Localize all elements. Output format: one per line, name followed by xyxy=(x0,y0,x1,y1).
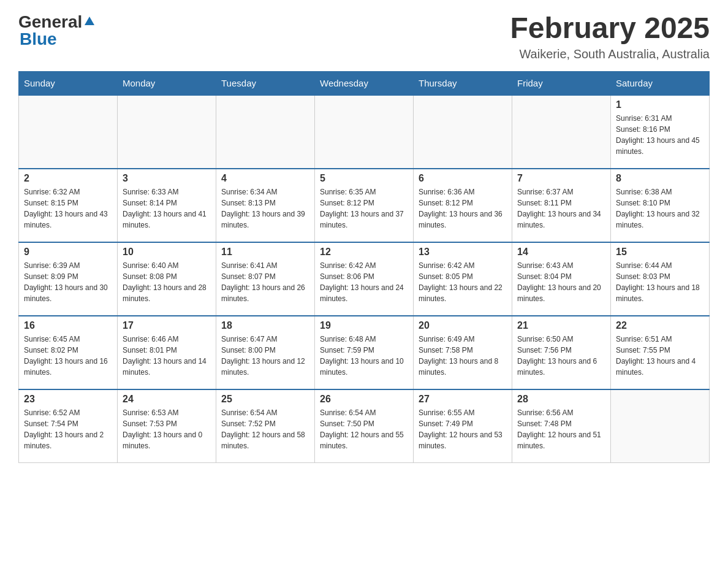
calendar-header-row: Sunday Monday Tuesday Wednesday Thursday… xyxy=(19,71,710,95)
logo-triangle-icon xyxy=(85,17,94,25)
table-row: 4Sunrise: 6:34 AM Sunset: 8:13 PM Daylig… xyxy=(216,169,315,242)
table-row xyxy=(118,95,216,169)
page-header: General Blue February 2025 Waikerie, Sou… xyxy=(18,12,710,61)
table-row: 1Sunrise: 6:31 AM Sunset: 8:16 PM Daylig… xyxy=(611,95,710,169)
day-number: 16 xyxy=(24,320,112,331)
day-info: Sunrise: 6:43 AM Sunset: 8:04 PM Dayligh… xyxy=(517,260,605,304)
day-info: Sunrise: 6:47 AM Sunset: 8:00 PM Dayligh… xyxy=(221,334,309,378)
day-number: 5 xyxy=(320,173,408,184)
header-friday: Friday xyxy=(512,71,611,95)
day-number: 27 xyxy=(419,394,507,405)
day-number: 9 xyxy=(24,247,112,258)
table-row: 9Sunrise: 6:39 AM Sunset: 8:09 PM Daylig… xyxy=(19,242,118,316)
header-tuesday: Tuesday xyxy=(216,71,315,95)
table-row: 18Sunrise: 6:47 AM Sunset: 8:00 PM Dayli… xyxy=(216,316,315,389)
day-number: 12 xyxy=(320,247,408,258)
calendar-week-row: 9Sunrise: 6:39 AM Sunset: 8:09 PM Daylig… xyxy=(19,242,710,316)
table-row: 5Sunrise: 6:35 AM Sunset: 8:12 PM Daylig… xyxy=(315,169,414,242)
day-info: Sunrise: 6:54 AM Sunset: 7:50 PM Dayligh… xyxy=(320,407,408,451)
day-info: Sunrise: 6:52 AM Sunset: 7:54 PM Dayligh… xyxy=(24,407,112,451)
day-number: 22 xyxy=(616,320,704,331)
header-monday: Monday xyxy=(118,71,216,95)
table-row: 27Sunrise: 6:55 AM Sunset: 7:49 PM Dayli… xyxy=(414,389,512,463)
day-number: 26 xyxy=(320,394,408,405)
day-info: Sunrise: 6:32 AM Sunset: 8:15 PM Dayligh… xyxy=(24,186,112,231)
day-number: 7 xyxy=(517,173,605,184)
day-info: Sunrise: 6:45 AM Sunset: 8:02 PM Dayligh… xyxy=(24,334,112,378)
table-row: 16Sunrise: 6:45 AM Sunset: 8:02 PM Dayli… xyxy=(19,316,118,389)
day-number: 13 xyxy=(419,247,507,258)
day-number: 1 xyxy=(616,99,704,110)
day-info: Sunrise: 6:53 AM Sunset: 7:53 PM Dayligh… xyxy=(123,407,211,451)
calendar-week-row: 23Sunrise: 6:52 AM Sunset: 7:54 PM Dayli… xyxy=(19,389,710,463)
table-row: 3Sunrise: 6:33 AM Sunset: 8:14 PM Daylig… xyxy=(118,169,216,242)
day-info: Sunrise: 6:37 AM Sunset: 8:11 PM Dayligh… xyxy=(517,186,605,231)
day-number: 23 xyxy=(24,394,112,405)
table-row: 21Sunrise: 6:50 AM Sunset: 7:56 PM Dayli… xyxy=(512,316,611,389)
day-number: 8 xyxy=(616,173,704,184)
day-number: 2 xyxy=(24,173,112,184)
table-row: 20Sunrise: 6:49 AM Sunset: 7:58 PM Dayli… xyxy=(414,316,512,389)
title-area: February 2025 Waikerie, South Australia,… xyxy=(510,12,710,61)
day-number: 19 xyxy=(320,320,408,331)
day-info: Sunrise: 6:54 AM Sunset: 7:52 PM Dayligh… xyxy=(221,407,309,451)
day-info: Sunrise: 6:38 AM Sunset: 8:10 PM Dayligh… xyxy=(616,186,704,231)
table-row: 11Sunrise: 6:41 AM Sunset: 8:07 PM Dayli… xyxy=(216,242,315,316)
day-info: Sunrise: 6:41 AM Sunset: 8:07 PM Dayligh… xyxy=(221,260,309,304)
table-row: 2Sunrise: 6:32 AM Sunset: 8:15 PM Daylig… xyxy=(19,169,118,242)
month-title: February 2025 xyxy=(510,12,710,45)
table-row xyxy=(315,95,414,169)
day-number: 15 xyxy=(616,247,704,258)
table-row: 6Sunrise: 6:36 AM Sunset: 8:12 PM Daylig… xyxy=(414,169,512,242)
day-info: Sunrise: 6:31 AM Sunset: 8:16 PM Dayligh… xyxy=(616,113,704,157)
day-info: Sunrise: 6:33 AM Sunset: 8:14 PM Dayligh… xyxy=(123,186,211,231)
day-number: 21 xyxy=(517,320,605,331)
table-row: 25Sunrise: 6:54 AM Sunset: 7:52 PM Dayli… xyxy=(216,389,315,463)
table-row: 26Sunrise: 6:54 AM Sunset: 7:50 PM Dayli… xyxy=(315,389,414,463)
table-row xyxy=(611,389,710,463)
day-info: Sunrise: 6:49 AM Sunset: 7:58 PM Dayligh… xyxy=(419,334,507,378)
day-info: Sunrise: 6:35 AM Sunset: 8:12 PM Dayligh… xyxy=(320,186,408,231)
table-row: 15Sunrise: 6:44 AM Sunset: 8:03 PM Dayli… xyxy=(611,242,710,316)
day-info: Sunrise: 6:34 AM Sunset: 8:13 PM Dayligh… xyxy=(221,186,309,231)
day-number: 25 xyxy=(221,394,309,405)
table-row: 10Sunrise: 6:40 AM Sunset: 8:08 PM Dayli… xyxy=(118,242,216,316)
table-row xyxy=(414,95,512,169)
day-info: Sunrise: 6:46 AM Sunset: 8:01 PM Dayligh… xyxy=(123,334,211,378)
day-info: Sunrise: 6:44 AM Sunset: 8:03 PM Dayligh… xyxy=(616,260,704,304)
day-number: 6 xyxy=(419,173,507,184)
table-row: 19Sunrise: 6:48 AM Sunset: 7:59 PM Dayli… xyxy=(315,316,414,389)
table-row: 28Sunrise: 6:56 AM Sunset: 7:48 PM Dayli… xyxy=(512,389,611,463)
table-row xyxy=(19,95,118,169)
location-title: Waikerie, South Australia, Australia xyxy=(510,47,710,61)
table-row: 14Sunrise: 6:43 AM Sunset: 8:04 PM Dayli… xyxy=(512,242,611,316)
day-number: 14 xyxy=(517,247,605,258)
calendar-table: Sunday Monday Tuesday Wednesday Thursday… xyxy=(18,71,710,464)
day-number: 11 xyxy=(221,247,309,258)
table-row: 13Sunrise: 6:42 AM Sunset: 8:05 PM Dayli… xyxy=(414,242,512,316)
day-number: 3 xyxy=(123,173,211,184)
table-row xyxy=(216,95,315,169)
day-info: Sunrise: 6:48 AM Sunset: 7:59 PM Dayligh… xyxy=(320,334,408,378)
table-row: 24Sunrise: 6:53 AM Sunset: 7:53 PM Dayli… xyxy=(118,389,216,463)
day-number: 10 xyxy=(123,247,211,258)
day-info: Sunrise: 6:55 AM Sunset: 7:49 PM Dayligh… xyxy=(419,407,507,451)
logo-blue-text: Blue xyxy=(20,29,57,49)
header-sunday: Sunday xyxy=(19,71,118,95)
table-row: 17Sunrise: 6:46 AM Sunset: 8:01 PM Dayli… xyxy=(118,316,216,389)
day-number: 28 xyxy=(517,394,605,405)
day-info: Sunrise: 6:56 AM Sunset: 7:48 PM Dayligh… xyxy=(517,407,605,451)
day-number: 17 xyxy=(123,320,211,331)
logo: General Blue xyxy=(18,12,94,49)
day-info: Sunrise: 6:42 AM Sunset: 8:05 PM Dayligh… xyxy=(419,260,507,304)
calendar-week-row: 1Sunrise: 6:31 AM Sunset: 8:16 PM Daylig… xyxy=(19,95,710,169)
table-row: 12Sunrise: 6:42 AM Sunset: 8:06 PM Dayli… xyxy=(315,242,414,316)
header-saturday: Saturday xyxy=(611,71,710,95)
day-number: 24 xyxy=(123,394,211,405)
day-info: Sunrise: 6:40 AM Sunset: 8:08 PM Dayligh… xyxy=(123,260,211,304)
header-thursday: Thursday xyxy=(414,71,512,95)
day-number: 18 xyxy=(221,320,309,331)
table-row: 8Sunrise: 6:38 AM Sunset: 8:10 PM Daylig… xyxy=(611,169,710,242)
calendar-week-row: 2Sunrise: 6:32 AM Sunset: 8:15 PM Daylig… xyxy=(19,169,710,242)
table-row: 23Sunrise: 6:52 AM Sunset: 7:54 PM Dayli… xyxy=(19,389,118,463)
